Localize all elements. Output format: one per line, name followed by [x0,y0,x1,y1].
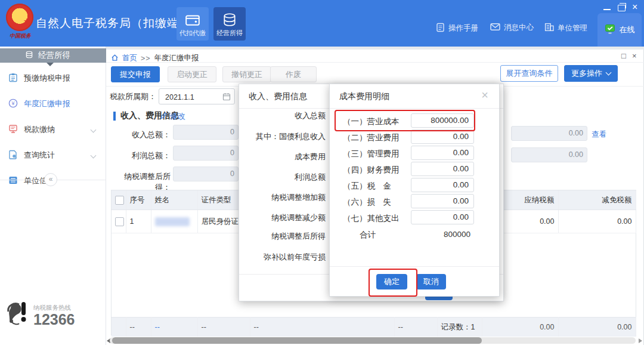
table-summary-row: -- -- -- -- -- 记录数：1 0.00 0.00 [112,318,636,337]
nav-message-center[interactable]: 消息中心 [490,23,534,33]
total-value: 800000 [411,230,470,239]
manual-doc-icon [436,23,445,34]
income-expense-modal-title: 收入、费用信息 [249,91,307,102]
summary-c4: -- [250,318,394,337]
app-window: ★ 中国税务 自然人电子税务局（扣缴端） 代扣代缴 经营所得 操作手册 [0,0,644,345]
cost-row-loss: （六）损 失 0.00 [330,194,499,210]
chevron-down-icon [91,152,97,158]
cost-row-finance-expense: （四）财务费用 0.00 [330,162,499,178]
window-close-button[interactable]: × [632,2,637,13]
tab-withholding-label: 代扣代缴 [179,29,206,38]
tab-business-income[interactable]: 经营所得 [213,7,246,41]
cost-row-operating-cost: （一）营业成本 800000.00 [330,113,499,130]
operating-expense-input[interactable]: 0.00 [411,130,474,144]
modal-footer-divider [330,266,499,267]
nav-manual[interactable]: 操作手册 [436,23,478,34]
cost-row-other-expense: （七）其他支出 0.00 [330,210,499,226]
label-cost-expense: 成本费用 [239,152,326,162]
tax-period-input[interactable] [164,90,224,104]
panel-restore-icon[interactable]: □ [621,51,626,60]
total-income-label: 收入总额： [111,130,171,140]
cost-detail-modal: 成本费用明细 × （一）营业成本 800000.00 （二）营业费用 0.00 … [329,84,500,297]
main-content: 首页 >> 年度汇缴申报 □ × 提交申报 启动更正 撤销更正 作废 展开查询条… [106,47,644,345]
summary-tax-payable: 0.00 [482,318,558,337]
row-checkbox[interactable] [115,217,124,226]
cost-row-label: （三）管理费用 [343,149,400,159]
sidebar-collapse-button[interactable]: « [44,173,57,186]
clipboard-icon [8,73,18,84]
cost-row-label: （一）营业成本 [343,116,400,127]
sidebar-item-query-statistics[interactable]: 查询统计 [0,147,106,163]
window-minimize-button[interactable] [603,9,611,10]
confirm-button[interactable]: 确定 [376,274,407,289]
horizontal-scrollbar-thumb[interactable] [112,337,482,344]
col-seq: 序号 [126,190,151,210]
select-all-checkbox[interactable] [115,196,124,205]
horizontal-scrollbar-track[interactable] [110,337,636,344]
headset-person-icon [5,300,30,331]
submit-declaration-button[interactable]: 提交申报 [111,66,160,82]
online-status-label: 在线 [620,24,635,35]
expand-query-button[interactable]: 展开查询条件 [500,65,558,82]
tax-period-field [159,88,235,104]
nav-unit-management-label: 单位管理 [558,23,587,33]
operating-cost-input[interactable]: 800000.00 [411,113,474,128]
other-expense-input[interactable]: 0.00 [411,210,474,224]
calendar-icon[interactable] [222,93,231,103]
start-correction-button[interactable]: 启动更正 [168,66,216,82]
online-monitor-check-icon [605,24,615,36]
modal-title-divider [330,108,499,109]
view-link[interactable]: 查看 [592,130,606,140]
building-icon [544,23,554,33]
section-accent-bar [113,112,116,121]
sidebar-item-prepay-declare[interactable]: 预缴纳税申报 [0,70,106,86]
tax-input[interactable]: 0.00 [411,178,474,192]
cost-row-tax: （五）税 金 0.00 [330,178,499,194]
close-icon[interactable]: × [481,89,488,101]
sidebar-item-label: 年度汇缴申报 [24,98,70,109]
more-actions-button[interactable]: 更多操作 [564,65,618,82]
cancel-button[interactable]: 取消 [416,274,446,289]
sidebar-item-label: 查询统计 [24,150,55,161]
scroll-right-arrow[interactable] [639,338,642,343]
sidebar-item-tax-payment[interactable]: 税款缴纳 [0,122,106,137]
sidebar-module-header: 经营所得 [0,48,106,63]
logo-caption: 中国税务 [5,32,36,40]
total-profit-label: 利润总额： [111,150,171,161]
tab-withholding[interactable]: 代扣代缴 [177,7,209,41]
app-title: 自然人电子税务局（扣缴端） [36,16,191,31]
summary-c5: -- [394,318,437,337]
void-button[interactable]: 作废 [270,66,317,82]
tab-business-income-label: 经营所得 [216,29,243,38]
admin-expense-input[interactable]: 0.00 [411,146,474,160]
edit-link[interactable]: 修改 [160,111,185,122]
cost-row-label: （四）财务费用 [343,165,400,175]
hotline-number: 12366 [33,312,75,327]
nav-message-center-label: 消息中心 [504,23,534,33]
nav-unit-management[interactable]: 单位管理 [544,23,587,33]
nav-manual-label: 操作手册 [448,23,478,33]
sidebar-item-label: 预缴纳税申报 [24,73,70,84]
coins-icon [222,13,237,27]
yen-circle-icon: ¥ [8,98,18,110]
summary-name: -- [151,318,197,337]
sidebar-module-title: 经营所得 [38,50,70,61]
cost-row-admin-expense: （三）管理费用 0.00 [330,146,499,162]
online-status[interactable]: 在线 [597,13,642,47]
label-total-profit: 利润总额 [239,172,326,183]
right-field-1-value: 0.00 [511,126,587,141]
label-adjust-increase: 纳税调整增加额 [239,192,326,203]
loss-input[interactable]: 0.00 [411,194,474,208]
cost-row-operating-expense: （二）营业费用 0.00 [330,130,499,146]
label-bond-interest: 其中：国债利息收入 [239,131,326,142]
finance-expense-input[interactable]: 0.00 [411,162,474,176]
revoke-correction-button[interactable]: 撤销更正 [222,66,271,82]
cost-detail-modal-title: 成本费用明细 [339,91,389,102]
list-table-icon [8,175,18,187]
window-restore-button[interactable] [618,5,626,11]
sidebar-item-annual-declare[interactable]: ¥ 年度汇缴申报 [0,96,106,112]
hotline-block: 纳税服务热线 12366 [5,300,75,331]
panel-close-icon[interactable]: × [632,51,637,60]
total-income-value: 0 [173,125,239,140]
query-doc-icon [8,150,18,161]
